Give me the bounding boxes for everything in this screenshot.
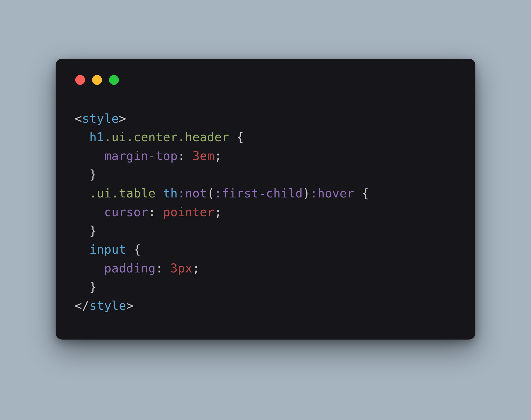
colon: : (156, 261, 163, 275)
indent (75, 224, 89, 238)
value-3px: 3px (170, 261, 192, 275)
indent (75, 149, 104, 163)
pseudo-hover: :hover (310, 186, 354, 200)
angle-open: < (75, 299, 82, 313)
indent (75, 186, 89, 200)
paren-open: ( (207, 186, 215, 200)
indent (75, 130, 89, 144)
indent (75, 280, 89, 294)
angle-close: > (119, 112, 126, 125)
tag-style-open: style (82, 112, 119, 125)
brace-open: { (362, 186, 369, 200)
slash: / (82, 299, 89, 313)
colon: : (148, 205, 156, 219)
paren-close: ) (303, 186, 310, 200)
maximize-icon[interactable] (109, 75, 119, 85)
prop-padding: padding (104, 261, 156, 275)
semicolon: ; (215, 149, 222, 163)
space (156, 186, 163, 200)
window-controls (75, 75, 456, 85)
semicolon: ; (215, 205, 222, 219)
selector-classes-1: .ui.center.header (104, 130, 229, 144)
colon: : (178, 149, 185, 163)
indent (75, 167, 89, 181)
pseudo-not: :not (178, 186, 207, 200)
value-3em: 3em (192, 149, 215, 163)
brace-close: } (89, 167, 97, 181)
selector-th: th (163, 186, 178, 200)
code-window: <style> h1.ui.center.header { margin-top… (56, 59, 475, 340)
value-pointer: pointer (163, 205, 215, 219)
angle-close: > (126, 299, 134, 313)
brace-open: { (237, 130, 244, 144)
brace-open: { (134, 242, 141, 256)
selector-h1: h1 (89, 130, 104, 144)
indent (75, 261, 104, 275)
semicolon: ; (192, 261, 200, 275)
selector-input: input (89, 242, 126, 256)
code-block: <style> h1.ui.center.header { margin-top… (75, 109, 456, 315)
prop-cursor: cursor (104, 205, 148, 219)
indent (75, 242, 89, 256)
angle-open: < (75, 112, 82, 125)
minimize-icon[interactable] (92, 75, 102, 85)
pseudo-first-child: :first-child (215, 186, 303, 200)
indent (75, 205, 104, 219)
brace-close: } (89, 280, 97, 294)
brace-close: } (89, 224, 97, 238)
tag-style-close: style (89, 299, 126, 313)
close-icon[interactable] (75, 75, 85, 85)
prop-margin-top: margin-top (104, 149, 178, 163)
selector-classes-2: .ui.table (89, 186, 156, 200)
